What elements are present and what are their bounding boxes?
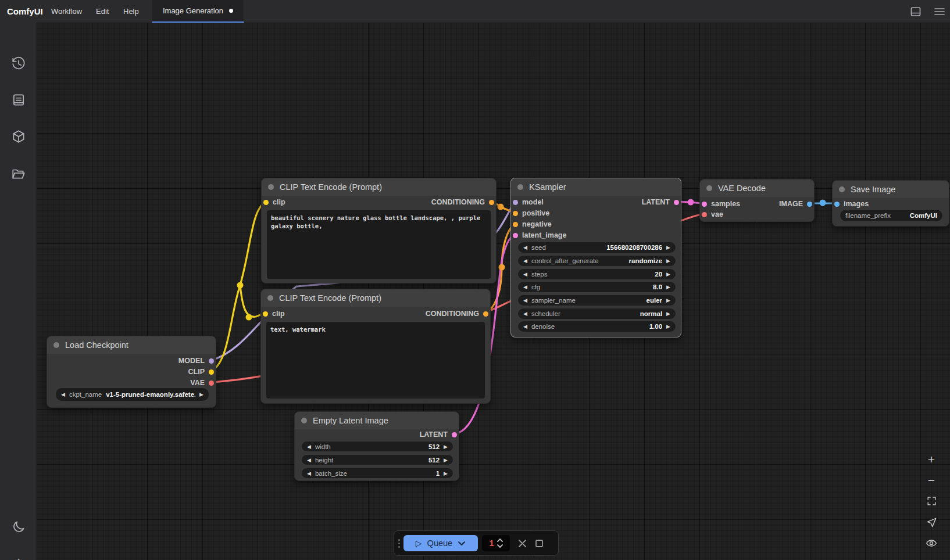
input-port-vae[interactable] (702, 212, 707, 217)
denoise-widget[interactable]: ◀denoise1.00▶ (517, 321, 676, 332)
next-arrow-icon[interactable]: ▶ (666, 324, 670, 329)
node-header[interactable]: Empty Latent Image (295, 412, 459, 429)
hamburger-menu-icon[interactable] (933, 5, 947, 19)
reroute-dot[interactable] (246, 314, 252, 321)
node-save-image[interactable]: Save Image images filename_prefix ComfyU… (832, 180, 949, 227)
node-header[interactable]: VAE Decode (700, 180, 814, 197)
output-port-conditioning[interactable] (483, 311, 488, 317)
output-port-vae[interactable] (209, 380, 214, 386)
node-empty-latent-image[interactable]: Empty Latent Image LATENT ◀width512▶ ◀he… (294, 411, 459, 481)
tab-image-generation[interactable]: Image Generation (152, 0, 244, 23)
input-port-clip[interactable] (263, 311, 268, 317)
node-clip-text-encode-positive[interactable]: CLIP Text Encode (Prompt) clip CONDITION… (261, 178, 497, 283)
collapse-dot-icon[interactable] (839, 186, 845, 192)
collapse-dot-icon[interactable] (268, 184, 274, 190)
output-port-model[interactable] (209, 358, 214, 364)
prompt-textarea[interactable]: beautiful scenery nature glass bottle la… (267, 210, 491, 279)
stop-icon[interactable] (535, 539, 544, 548)
node-header[interactable]: Load Checkpoint (47, 336, 216, 354)
toggle-visibility-eye-button[interactable] (923, 535, 940, 551)
collapse-dot-icon[interactable] (53, 342, 59, 348)
input-port-model[interactable] (513, 200, 518, 205)
next-arrow-icon[interactable]: ▶ (666, 258, 670, 264)
seed-widget[interactable]: ◀seed156680208700286▶ (517, 242, 676, 253)
node-header[interactable]: CLIP Text Encode (Prompt) (262, 178, 496, 196)
settings-gear-icon[interactable]: ⚙ (11, 557, 26, 560)
prev-arrow-icon[interactable]: ◀ (307, 444, 311, 450)
node-vae-decode[interactable]: VAE Decode samples IMAGE vae (699, 179, 815, 222)
node-clip-text-encode-negative[interactable]: CLIP Text Encode (Prompt) clip CONDITION… (260, 289, 491, 404)
scheduler-widget[interactable]: ◀schedulernormal▶ (517, 308, 676, 320)
prompt-textarea[interactable]: text, watermark (266, 322, 485, 399)
reroute-dot[interactable] (237, 282, 244, 289)
reroute-dot[interactable] (499, 264, 505, 271)
workflows-folder-icon[interactable] (11, 166, 26, 181)
next-arrow-icon[interactable]: ▶ (666, 245, 670, 250)
input-port-negative[interactable] (513, 222, 518, 227)
menu-help[interactable]: Help (123, 0, 139, 23)
ckpt-name-widget[interactable]: ◀ ckpt_name v1-5-pruned-emaonly.safete..… (55, 387, 209, 401)
cfg-widget[interactable]: ◀cfg8.0▶ (517, 281, 676, 293)
output-port-conditioning[interactable] (489, 200, 494, 205)
reroute-dot[interactable] (688, 199, 694, 206)
chevron-down-icon[interactable] (458, 541, 466, 546)
fit-view-button[interactable] (923, 493, 940, 509)
bottom-panel-toggle-icon[interactable] (909, 5, 923, 19)
queue-button[interactable]: ▷ Queue (403, 535, 478, 551)
batch-count-input[interactable]: 1 (482, 535, 510, 551)
next-arrow-icon[interactable]: ▶ (666, 284, 670, 290)
prev-arrow-icon[interactable]: ◀ (523, 284, 527, 290)
next-arrow-icon[interactable]: ▶ (444, 471, 448, 476)
prev-arrow-icon[interactable]: ◀ (523, 245, 527, 250)
zoom-out-button[interactable]: − (923, 472, 940, 488)
node-header[interactable]: KSampler (511, 178, 681, 196)
sampler-name-widget[interactable]: ◀sampler_nameeuler▶ (517, 295, 676, 306)
next-arrow-icon[interactable]: ▶ (444, 457, 448, 463)
batch-size-widget[interactable]: ◀batch_size1▶ (301, 468, 453, 479)
history-icon[interactable] (11, 56, 26, 71)
prev-arrow-icon[interactable]: ◀ (523, 297, 527, 303)
prev-arrow-icon[interactable]: ◀ (61, 392, 65, 397)
zoom-in-button[interactable]: + (923, 451, 940, 467)
output-port-image[interactable] (807, 202, 812, 207)
reroute-dot[interactable] (820, 200, 826, 206)
node-header[interactable]: Save Image (833, 181, 949, 198)
output-port-latent[interactable] (674, 200, 679, 205)
next-arrow-icon[interactable]: ▶ (199, 392, 203, 397)
input-port-positive[interactable] (513, 211, 518, 216)
collapse-dot-icon[interactable] (517, 184, 523, 190)
count-stepper-icon[interactable] (497, 537, 503, 549)
prev-arrow-icon[interactable]: ◀ (523, 271, 527, 277)
prev-arrow-icon[interactable]: ◀ (523, 258, 527, 264)
next-arrow-icon[interactable]: ▶ (666, 311, 670, 317)
next-arrow-icon[interactable]: ▶ (666, 297, 670, 303)
unsaved-indicator-icon[interactable] (229, 9, 233, 13)
input-port-samples[interactable] (702, 202, 707, 207)
node-header[interactable]: CLIP Text Encode (Prompt) (261, 289, 490, 307)
filename-prefix-widget[interactable]: filename_prefix ComfyUI (840, 209, 943, 222)
menu-edit[interactable]: Edit (96, 0, 109, 23)
input-port-latent-image[interactable] (513, 233, 518, 238)
input-port-clip[interactable] (263, 200, 269, 205)
toolbar-drag-handle[interactable] (394, 539, 403, 548)
queue-log-icon[interactable] (11, 92, 26, 107)
height-widget[interactable]: ◀height512▶ (301, 454, 453, 465)
steps-widget[interactable]: ◀steps20▶ (517, 268, 676, 280)
menu-workflow[interactable]: Workflow (51, 0, 82, 23)
theme-moon-icon[interactable] (11, 519, 26, 534)
collapse-dot-icon[interactable] (301, 418, 307, 423)
batch-count-value[interactable]: 1 (489, 539, 494, 548)
prev-arrow-icon[interactable]: ◀ (523, 311, 527, 317)
node-load-checkpoint[interactable]: Load Checkpoint MODEL CLIP VAE ◀ ckpt_na… (47, 336, 216, 408)
next-arrow-icon[interactable]: ▶ (444, 444, 448, 450)
next-arrow-icon[interactable]: ▶ (666, 271, 670, 277)
prev-arrow-icon[interactable]: ◀ (523, 324, 527, 329)
output-port-latent[interactable] (452, 432, 457, 437)
collapse-dot-icon[interactable] (706, 185, 712, 191)
control-after-generate-widget[interactable]: ◀control_after_generaterandomize▶ (517, 255, 676, 267)
clear-queue-icon[interactable] (518, 539, 527, 548)
prev-arrow-icon[interactable]: ◀ (307, 471, 311, 476)
pan-mode-button[interactable] (923, 514, 940, 530)
model-library-icon[interactable] (11, 129, 26, 144)
node-ksampler[interactable]: KSampler model LATENT positive negative … (510, 178, 681, 338)
